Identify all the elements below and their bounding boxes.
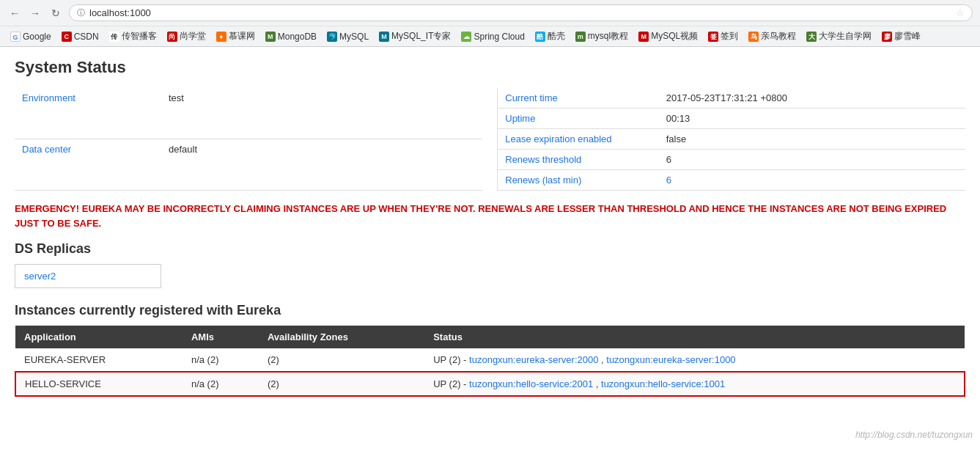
service-link[interactable]: tuzongxun:hello-service:2001 [469,378,593,389]
bookmark-label: 大学生自学网 [819,30,872,43]
instances-table-header: ApplicationAMIsAvailability ZonesStatus [15,326,965,348]
bookmark-icon: M [379,32,389,42]
bookmark-label: MySQL_IT专家 [391,30,451,43]
bookmark-item[interactable]: 尚尚学堂 [164,29,209,44]
row-label: Renews threshold [498,150,659,170]
refresh-button[interactable]: ↻ [48,6,63,21]
status-text: UP (2) - [433,378,469,389]
replica-link[interactable]: server2 [24,271,56,282]
bookmark-icon: M [265,32,276,42]
bookmark-label: MySQL [339,32,369,42]
table-row: Uptime00:13 [498,109,965,129]
bookmark-item[interactable]: 鸟亲鸟教程 [745,29,799,44]
table-header-cell: AMIs [183,326,259,348]
bookmark-icon: 🐬 [327,32,337,42]
row-value: false [659,129,965,150]
application-cell: HELLO-SERVICE [15,372,183,396]
bookmark-item[interactable]: CCSDN [59,30,102,43]
amis-cell: n/a (2) [183,348,259,372]
table-row: Renews threshold6 [498,150,965,170]
bookmark-label: 传智播客 [122,30,157,43]
row-label: Renews (last min) [498,170,659,191]
page-title: System Status [15,58,965,77]
row-value: 6 [659,170,965,191]
bookmark-label: 尚学堂 [180,30,206,43]
bookmark-label: MongoDB [278,32,317,42]
bookmark-icon: 尚 [167,32,177,42]
zones-cell: (2) [259,372,424,396]
separator: , [593,378,601,389]
bookmark-item[interactable]: 廖廖雪峰 [879,29,924,44]
bookmark-icon: ♦ [216,32,226,42]
bookmark-icon: C [62,32,72,42]
bookmark-label: 廖雪峰 [894,30,921,43]
service-link[interactable]: tuzongxun:eureka-server:2000 [469,354,598,365]
bookmark-icon: G [10,32,21,42]
service-link[interactable]: tuzongxun:eureka-server:1000 [606,354,735,365]
bookmark-label: Google [23,32,51,42]
row-label: Current time [498,88,659,109]
bookmark-item[interactable]: GGoogle [7,30,54,43]
row-label: Uptime [498,109,659,129]
forward-button[interactable]: → [28,6,43,21]
amis-cell: n/a (2) [183,372,259,396]
status-cell: UP (2) - tuzongxun:eureka-server:2000 , … [424,348,965,372]
bookmark-label: mysql教程 [588,30,628,43]
bookmark-icon: 廖 [882,32,892,42]
bookmark-icon: M [638,32,649,42]
emergency-banner: EMERGENCY! EUREKA MAY BE INCORRECTLY CLA… [15,202,965,230]
bookmark-icon: 传 [109,32,119,42]
row-value: test [161,88,482,139]
bookmark-icon: m [575,32,586,42]
bookmarks-bar: GGoogleCCSDN传传智播客尚尚学堂♦慕课网MMongoDB🐬MySQLM… [0,26,980,46]
row-label: Data center [15,139,161,190]
table-row: HELLO-SERVICEn/a (2)(2)UP (2) - tuzongxu… [15,372,965,396]
bookmark-label: CSDN [74,32,99,42]
table-header-cell: Application [15,326,183,348]
instances-table: ApplicationAMIsAvailability ZonesStatus … [15,326,965,397]
bookmark-item[interactable]: ☁Spring Cloud [458,30,527,43]
lock-icon: ⓘ [77,7,85,18]
bookmark-item[interactable]: 酷酷壳 [532,29,568,44]
zones-cell: (2) [259,348,424,372]
bookmark-label: MySQL视频 [651,30,698,43]
table-header-cell: Status [424,326,965,348]
row-value: 00:13 [659,109,965,129]
ds-replicas-title: DS Replicas [15,241,965,257]
bookmark-item[interactable]: MMongoDB [262,30,320,43]
bookmark-icon: 大 [806,32,817,42]
right-status-table: Current time2017-05-23T17:31:21 +0800Upt… [497,88,965,191]
separator: , [598,354,606,365]
table-row: EUREKA-SERVERn/a (2)(2)UP (2) - tuzongxu… [15,348,965,372]
bookmark-icon: 鸟 [748,32,759,42]
replicas-box: server2 [15,264,161,288]
bookmark-item[interactable]: 传传智播客 [106,29,160,44]
row-value: 2017-05-23T17:31:21 +0800 [659,88,965,109]
table-row: Data centerdefault [15,139,482,190]
browser-chrome: ← → ↻ ⓘ localhost:1000 ☆ GGoogleCCSDN传传智… [0,0,980,47]
row-value: default [161,139,482,190]
bookmark-item[interactable]: MMySQL视频 [635,29,701,44]
bookmark-item[interactable]: 大大学生自学网 [803,29,874,44]
bookmark-item[interactable]: MMySQL_IT专家 [376,29,454,44]
bookmark-item[interactable]: mmysql教程 [572,29,631,44]
status-cell: UP (2) - tuzongxun:hello-service:2001 , … [424,372,965,396]
page-content: System Status EnvironmenttestData center… [0,47,980,408]
service-link[interactable]: tuzongxun:hello-service:1001 [601,378,725,389]
bookmark-item[interactable]: ♦慕课网 [213,29,258,44]
bookmark-item[interactable]: 🐬MySQL [324,30,372,43]
table-row: Environmenttest [15,88,482,139]
bookmark-item[interactable]: 签签到 [705,29,741,44]
bookmark-label: 慕课网 [229,30,255,43]
url-text: localhost:1000 [89,7,951,18]
table-header-cell: Availability Zones [259,326,424,348]
back-button[interactable]: ← [7,6,22,21]
browser-toolbar: ← → ↻ ⓘ localhost:1000 ☆ [0,0,980,26]
status-tables: EnvironmenttestData centerdefault Curren… [15,88,965,191]
address-bar[interactable]: ⓘ localhost:1000 ☆ [69,4,973,21]
bookmark-label: Spring Cloud [474,32,524,42]
bookmark-icon: ☁ [461,32,471,42]
instances-title: Instances currently registered with Eure… [15,303,965,318]
row-label: Environment [15,88,161,139]
bookmark-star-icon[interactable]: ☆ [956,7,965,18]
